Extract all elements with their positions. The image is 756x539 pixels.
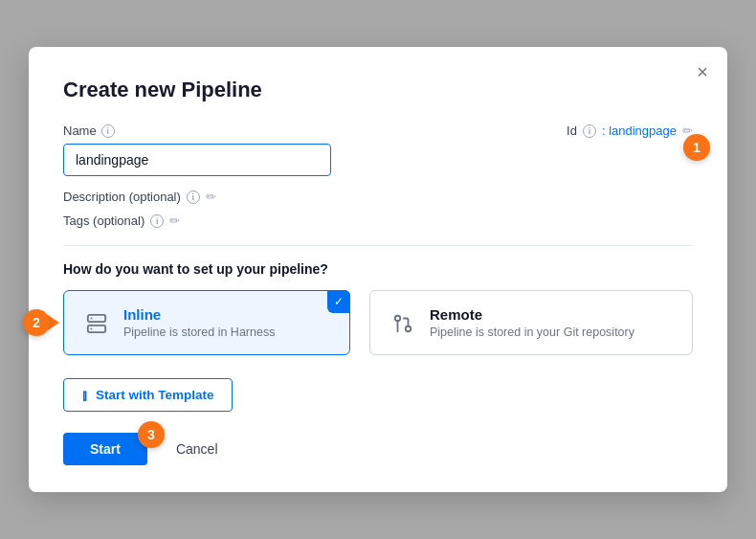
modal-title: Create new Pipeline xyxy=(63,78,693,102)
footer-actions: Start 3 Cancel xyxy=(63,433,693,465)
inline-option-card[interactable]: ✓ Inline Pipeline is xyxy=(63,290,350,355)
inline-option-title: Inline xyxy=(123,306,275,323)
remote-option-content: Remote Pipeline is stored in your Git re… xyxy=(430,306,634,339)
id-value: : landingpage xyxy=(602,124,677,138)
name-id-row: Name i Id i : landingpage ✏ xyxy=(63,124,693,138)
template-icon: ⫿ xyxy=(81,387,89,403)
tags-info-icon[interactable]: i xyxy=(150,214,164,228)
start-button-wrapper: Start 3 xyxy=(63,433,147,465)
description-edit-icon[interactable]: ✏ xyxy=(206,190,216,204)
name-input[interactable] xyxy=(63,144,331,176)
id-label-text: Id xyxy=(567,124,577,138)
remote-icon xyxy=(388,308,418,339)
section-divider xyxy=(63,245,693,246)
description-row[interactable]: Description (optional) i ✏ xyxy=(63,190,693,204)
create-pipeline-modal: × Create new Pipeline Name i Id i : land… xyxy=(29,47,727,492)
inline-option-content: Inline Pipeline is stored in Harness xyxy=(123,306,275,339)
setup-title: How do you want to set up your pipeline? xyxy=(63,261,693,277)
remote-option-card[interactable]: Remote Pipeline is stored in your Git re… xyxy=(369,290,693,355)
remote-option-desc: Pipeline is stored in your Git repositor… xyxy=(430,326,634,339)
name-field-group: Name i xyxy=(63,124,567,138)
badge-2-wrapper: 2 xyxy=(23,309,59,336)
description-info-icon[interactable]: i xyxy=(187,191,200,204)
name-label-text: Name xyxy=(63,124,97,138)
tags-label: Tags (optional) xyxy=(63,213,145,228)
cancel-button[interactable]: Cancel xyxy=(159,433,235,465)
name-label: Name i xyxy=(63,124,567,138)
badge-1: 1 xyxy=(683,134,710,161)
inline-check-badge: ✓ xyxy=(327,290,350,313)
inline-icon xyxy=(81,308,112,339)
id-section: Id i : landingpage ✏ xyxy=(567,124,693,138)
name-info-icon[interactable]: i xyxy=(101,124,115,138)
tags-edit-icon[interactable]: ✏ xyxy=(169,213,180,228)
description-label: Description (optional) xyxy=(63,190,181,204)
inline-option-wrapper: 2 ✓ xyxy=(63,290,350,355)
pipeline-options: 2 ✓ xyxy=(63,290,693,355)
tags-row[interactable]: Tags (optional) i ✏ xyxy=(63,213,693,228)
id-info-icon[interactable]: i xyxy=(583,124,596,138)
start-with-template-button[interactable]: ⫿ Start with Template xyxy=(63,378,233,412)
template-button-label: Start with Template xyxy=(96,388,214,402)
inline-option-desc: Pipeline is stored in Harness xyxy=(123,326,275,339)
start-button[interactable]: Start xyxy=(63,433,147,465)
badge-2: 2 xyxy=(23,309,50,336)
remote-option-title: Remote xyxy=(430,306,634,323)
name-input-wrapper: 1 xyxy=(63,144,693,176)
badge-3: 3 xyxy=(138,421,165,448)
close-button[interactable]: × xyxy=(697,62,708,81)
